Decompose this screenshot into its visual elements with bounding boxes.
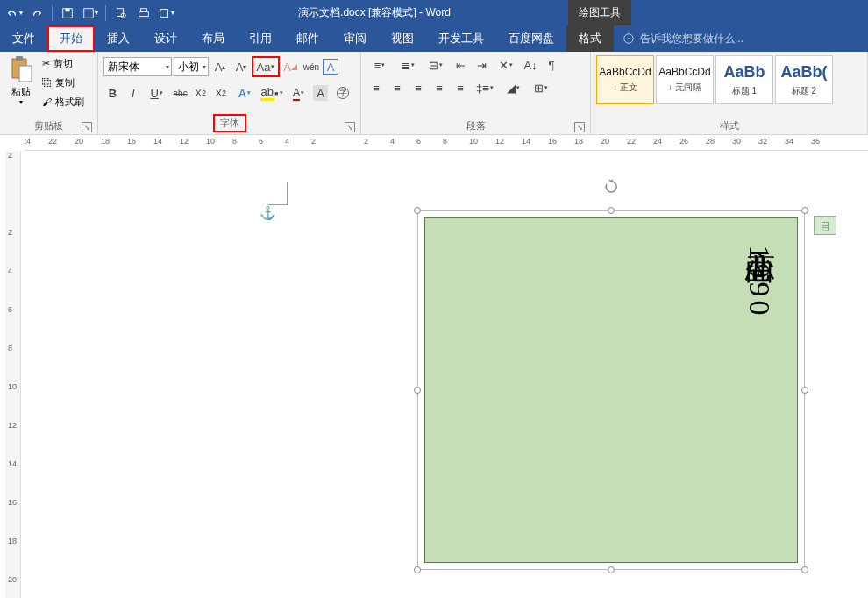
highlight-button[interactable]: ab▪▾ [259, 83, 284, 103]
superscript-button[interactable]: X2 [211, 83, 230, 103]
print-button[interactable] [133, 3, 154, 24]
page-canvas[interactable]: ⚓ 恋曲 1990 ⌸ [25, 151, 868, 598]
shape-fill[interactable]: 恋曲 1990 [424, 217, 798, 563]
enclose-char-button[interactable]: 字 [330, 83, 355, 103]
tab-insert[interactable]: 插入 [95, 25, 142, 52]
resize-handle-e[interactable] [801, 387, 808, 394]
save-button[interactable] [57, 3, 78, 24]
resize-handle-s[interactable] [608, 566, 615, 573]
tab-file[interactable]: 文件 [0, 25, 47, 52]
title-bar: ▾ ▾ ▾ 演示文档.docx [兼容模式] - Word 绘图工具 [0, 0, 868, 25]
bold-button[interactable]: B [103, 83, 122, 103]
font-size-combo[interactable]: 小初▾ [174, 57, 209, 76]
multilevel-button[interactable]: ⊟▾ [423, 55, 449, 75]
char-shading-button[interactable]: A [313, 85, 328, 101]
font-name-combo[interactable]: 新宋体▾ [103, 57, 172, 76]
format-painter-button[interactable]: 🖌格式刷 [39, 92, 88, 111]
undo-button[interactable]: ▾ [4, 3, 25, 24]
tab-developer[interactable]: 开发工具 [426, 25, 496, 52]
svg-rect-7 [160, 9, 168, 17]
resize-handle-sw[interactable] [414, 566, 421, 573]
paste-button[interactable]: 粘贴 ▾ [4, 53, 39, 117]
tab-mailings[interactable]: 邮件 [284, 25, 331, 52]
saveas-button[interactable]: ▾ [80, 3, 101, 24]
tell-me-placeholder: 告诉我您想要做什么... [640, 32, 743, 46]
copy-button[interactable]: ⿻复制 [39, 73, 88, 92]
context-tab-label: 绘图工具 [568, 0, 631, 25]
more-button[interactable]: ▾ [156, 3, 177, 24]
text-effects-button[interactable]: A▾ [231, 83, 257, 103]
svg-rect-2 [84, 8, 94, 18]
group-styles: AaBbCcDd↓ 正文AaBbCcDd↓ 无间隔AaBb标题 1AaBb(标题… [591, 52, 868, 134]
tab-design[interactable]: 设计 [142, 25, 189, 52]
change-case-button[interactable]: Aa▾ [253, 57, 279, 76]
asian-layout-button[interactable]: ✕▾ [493, 55, 519, 75]
svg-rect-3 [117, 8, 124, 16]
resize-handle-nw[interactable] [414, 207, 421, 214]
group-paragraph: ≡▾ ≣▾ ⊟▾ ⇤ ⇥ ✕▾ A↓ ¶ ≡ ≡ ≡ ≡ ≡ ‡≡▾ ◢▾ ⊞▾… [361, 52, 591, 134]
clipboard-dialog-launcher[interactable]: ↘ [82, 122, 92, 132]
char-border-button[interactable]: A [323, 59, 338, 75]
resize-handle-se[interactable] [801, 566, 808, 573]
tab-layout[interactable]: 布局 [189, 25, 237, 52]
clear-formatting-button[interactable]: A◢ [281, 57, 300, 76]
redo-button[interactable] [26, 3, 47, 24]
cut-button[interactable]: ✂剪切 [39, 53, 88, 73]
show-marks-button[interactable]: ¶ [542, 55, 561, 75]
style-item-1[interactable]: AaBbCcDd↓ 无间隔 [656, 55, 714, 104]
font-color-button[interactable]: A▾ [286, 83, 311, 103]
ribbon: 粘贴 ▾ ✂剪切 ⿻复制 🖌格式刷 剪贴板↘ 新宋体▾ 小初▾ A▴ A▾ Aa… [0, 52, 868, 135]
anchor-icon: ⚓ [260, 205, 276, 221]
page: ⚓ 恋曲 1990 ⌸ [121, 151, 868, 598]
style-item-0[interactable]: AaBbCcDd↓ 正文 [596, 55, 654, 104]
resize-handle-w[interactable] [414, 387, 421, 394]
brush-icon: 🖌 [42, 96, 52, 107]
tab-baidu[interactable]: 百度网盘 [496, 25, 566, 52]
font-dialog-launcher[interactable]: ↘ [345, 122, 355, 132]
numbering-button[interactable]: ≣▾ [395, 55, 421, 75]
quick-access-toolbar: ▾ ▾ ▾ [0, 3, 181, 24]
shrink-font-button[interactable]: A▾ [231, 57, 251, 76]
styles-gallery[interactable]: AaBbCcDd↓ 正文AaBbCcDd↓ 无间隔AaBb标题 1AaBb(标题… [594, 53, 835, 117]
horizontal-ruler[interactable]: 2422201816141210864224681012141618202224… [25, 135, 868, 151]
svg-rect-12 [19, 66, 32, 82]
grow-font-button[interactable]: A▴ [210, 57, 230, 76]
tab-references[interactable]: 引用 [237, 25, 284, 52]
scissors-icon: ✂ [42, 58, 50, 69]
rotate-handle[interactable] [603, 179, 619, 195]
underline-button[interactable]: U▾ [144, 83, 169, 103]
sort-button[interactable]: A↓ [521, 55, 540, 75]
document-area: 2422201816141210864224681012141618202224… [0, 135, 868, 598]
bullets-button[interactable]: ≡▾ [366, 55, 393, 75]
shape-text[interactable]: 恋曲 1990 [739, 227, 779, 319]
justify-button[interactable]: ≡ [430, 78, 449, 97]
borders-button[interactable]: ⊞▾ [528, 78, 554, 97]
style-item-3[interactable]: AaBb(标题 2 [775, 55, 833, 104]
tab-view[interactable]: 视图 [379, 25, 426, 52]
shading-button[interactable]: ◢▾ [500, 78, 526, 97]
style-item-2[interactable]: AaBb标题 1 [715, 55, 773, 104]
decrease-indent-button[interactable]: ⇤ [451, 55, 470, 75]
distribute-button[interactable]: ≡ [451, 78, 470, 97]
tab-home[interactable]: 开始 [47, 25, 95, 52]
tell-me[interactable]: 告诉我您想要做什么... [614, 25, 752, 52]
italic-button[interactable]: I [124, 83, 142, 103]
strikethrough-button[interactable]: abc [171, 83, 189, 103]
align-left-button[interactable]: ≡ [366, 78, 386, 97]
phonetic-guide-button[interactable]: wén [302, 57, 321, 76]
preview-button[interactable] [110, 3, 132, 24]
align-center-button[interactable]: ≡ [388, 78, 407, 97]
layout-options-button[interactable]: ⌸ [814, 216, 836, 235]
ribbon-tabs: 文件 开始 插入 设计 布局 引用 邮件 审阅 视图 开发工具 百度网盘 格式 … [0, 25, 868, 52]
paragraph-dialog-launcher[interactable]: ↘ [574, 122, 585, 132]
align-right-button[interactable]: ≡ [409, 78, 428, 97]
text-box-shape[interactable]: 恋曲 1990 ⌸ [417, 210, 805, 570]
vertical-ruler[interactable]: 22468101214161820 [5, 151, 21, 598]
resize-handle-ne[interactable] [801, 207, 808, 214]
tab-format[interactable]: 格式 [566, 25, 614, 52]
subscript-button[interactable]: X2 [191, 83, 210, 103]
tab-review[interactable]: 审阅 [331, 25, 379, 52]
line-spacing-button[interactable]: ‡≡▾ [472, 78, 498, 97]
resize-handle-n[interactable] [608, 207, 615, 214]
increase-indent-button[interactable]: ⇥ [472, 55, 491, 75]
